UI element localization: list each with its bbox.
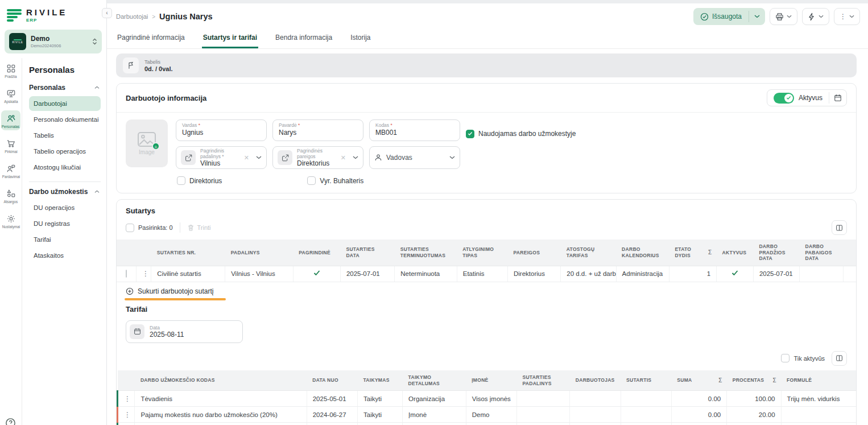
rail-item-atsargos[interactable]: Atsargos bbox=[1, 185, 20, 205]
workspace-selector[interactable]: RIVILE Demo Demo20240906 bbox=[5, 30, 102, 53]
external-link-icon[interactable] bbox=[181, 150, 196, 165]
calendar-icon[interactable] bbox=[829, 90, 846, 106]
row-menu-button[interactable]: ⋮ bbox=[136, 266, 151, 282]
rail-item-apskaita[interactable]: Apskaita bbox=[1, 85, 20, 105]
row-menu-button[interactable]: ⋮ bbox=[118, 423, 135, 425]
sigma-icon[interactable]: Σ bbox=[708, 249, 712, 257]
row-menu-button[interactable]: ⋮ bbox=[118, 407, 135, 423]
pavarde-field[interactable]: Pavardė * Narys bbox=[272, 119, 363, 141]
breadcrumb[interactable]: Darbuotojai bbox=[116, 13, 148, 20]
chevron-down-icon bbox=[754, 15, 760, 18]
people-icon bbox=[6, 114, 15, 123]
vardas-field[interactable]: Vardas * Ugnius bbox=[176, 119, 267, 141]
vardas-value: Ugnius bbox=[182, 129, 261, 138]
sidebar-item-tabelio-operacijos[interactable]: Tabelio operacijos bbox=[29, 144, 101, 159]
rail-item-pirkimai[interactable]: Pirkimai bbox=[1, 135, 20, 155]
trash-icon bbox=[187, 224, 195, 232]
calendar-icon bbox=[130, 324, 144, 339]
sidebar-item-tarifai[interactable]: Tarifai bbox=[29, 232, 101, 247]
save-dropdown-button[interactable] bbox=[749, 8, 765, 25]
sidebar-item-du-operacijos[interactable]: DU operacijos bbox=[29, 200, 101, 215]
cell-imone: Visos įmonės bbox=[466, 391, 516, 407]
cell-code[interactable]: Ligos pašalpa pirmos dvi (2) dienos bbox=[135, 423, 307, 425]
naudojamas-checkbox[interactable]: Naudojamas darbo užmokestyje bbox=[466, 130, 576, 138]
checkbox-icon[interactable] bbox=[781, 354, 790, 362]
tarifai-row[interactable]: ⋮ Pajamų mokestis nuo darbo užmokesčio (… bbox=[118, 407, 857, 423]
tarifai-row[interactable]: ⋮ Tėvadienis 2025-05-01 Taikyti Organiza… bbox=[118, 391, 857, 407]
row-checkbox[interactable] bbox=[126, 270, 127, 278]
column-settings-button[interactable] bbox=[832, 351, 847, 366]
contracts-card: Sutartys Pasirinkta: 0 Trinti bbox=[116, 199, 857, 425]
rail-item-pradzia[interactable]: Pradžia bbox=[1, 60, 20, 80]
cell-code[interactable]: Tėvadienis bbox=[135, 391, 307, 407]
topbar: Darbuotojai > Ugnius Narys Išsaugota bbox=[107, 3, 868, 28]
menu-section-darbo-uzmokestis[interactable]: Darbo užmokestis bbox=[29, 188, 100, 196]
flag-icon[interactable] bbox=[123, 57, 139, 73]
cell-formule bbox=[781, 407, 856, 423]
toggle-switch[interactable] bbox=[774, 93, 794, 104]
photo-upload[interactable]: Image + bbox=[126, 119, 168, 167]
sidebar-item-darbuotojai[interactable]: Darbuotojai bbox=[29, 96, 101, 111]
cell-taikymas: Taikyti bbox=[357, 391, 402, 407]
sidebar-item-personalo-dokumentai[interactable]: Personalo dokumentai bbox=[29, 112, 101, 127]
tabelis-banner: Tabelis 0d. / 0val. bbox=[116, 53, 857, 77]
sigma-icon[interactable]: Σ bbox=[718, 377, 722, 384]
cell-code[interactable]: Pajamų mokestis nuo darbo užmokesčio (20… bbox=[135, 407, 307, 423]
cell-sutarties-nr[interactable]: Civilinė sutartis bbox=[151, 266, 225, 282]
help-icon[interactable] bbox=[5, 418, 16, 425]
sidebar-item-tabelis[interactable]: Tabelis bbox=[29, 128, 101, 143]
tab-pagrindine-informacija[interactable]: Pagrindinė informacija bbox=[116, 30, 186, 48]
cell-detalumas: Organizacija bbox=[403, 391, 466, 407]
tab-bendra-informacija[interactable]: Bendra informacija bbox=[274, 30, 333, 48]
padalinys-select[interactable]: Pagrindinis padalinys * Vilnius ✕ bbox=[176, 146, 267, 169]
rail-item-pardavimai[interactable]: Pardavimai bbox=[1, 160, 20, 180]
checkbox-icon[interactable] bbox=[307, 176, 316, 185]
active-toggle-label: Aktyvus bbox=[799, 94, 822, 102]
chevron-down-icon[interactable] bbox=[353, 156, 358, 159]
cell-imone: Demo bbox=[466, 407, 516, 423]
tik-aktyvus-checkbox[interactable]: Tik aktyvūs bbox=[781, 354, 825, 362]
cell-sutartis bbox=[621, 407, 671, 423]
checkbox-icon[interactable] bbox=[177, 176, 185, 185]
pareigos-select[interactable]: Pagrindinės pareigos Direktorius ✕ bbox=[272, 146, 363, 169]
chevron-down-icon[interactable] bbox=[449, 156, 455, 159]
tab-sutartys-ir-tarifai[interactable]: Sutartys ir tarifai bbox=[202, 30, 258, 48]
tarifai-row[interactable]: ⋮ Ligos pašalpa pirmos dvi (2) dienos 20… bbox=[118, 423, 857, 425]
clear-icon[interactable]: ✕ bbox=[244, 154, 249, 162]
rail-item-nustatymai[interactable]: Nustatymai bbox=[1, 211, 20, 230]
actions-bolt-button[interactable] bbox=[802, 8, 829, 25]
chevron-down-icon[interactable] bbox=[256, 156, 262, 159]
tab-istorija[interactable]: Istorija bbox=[349, 30, 371, 48]
vadovas-select[interactable]: Vadovas bbox=[369, 146, 460, 169]
clear-icon[interactable]: ✕ bbox=[341, 154, 346, 162]
active-toggle[interactable]: Aktyvus bbox=[767, 93, 829, 104]
delete-button[interactable]: Trinti bbox=[187, 224, 211, 232]
sidebar-collapse-button[interactable]: ‹ bbox=[102, 8, 112, 18]
select-all-checkbox[interactable]: Pasirinkta: 0 bbox=[126, 224, 173, 232]
checkbox-checked-icon[interactable] bbox=[466, 130, 474, 138]
sutartys-row[interactable]: ⋮ Civilinė sutartis Vilnius - Vilnius 20… bbox=[117, 266, 856, 282]
rail-item-personalas[interactable]: Personalas bbox=[1, 110, 20, 130]
cell-sutarties-data: 2025-07-01 bbox=[340, 266, 394, 282]
menu-section-personalas[interactable]: Personalas bbox=[29, 84, 100, 92]
cell-atostogu-tarifas: 20 d.d. + už darbo bbox=[561, 266, 616, 282]
tarifai-date-field[interactable]: Data 2025-08-11 bbox=[126, 320, 243, 343]
checkbox-icon[interactable] bbox=[126, 224, 134, 232]
buhalteris-checkbox[interactable]: Vyr. Buhalteris bbox=[307, 176, 363, 185]
direktorius-checkbox[interactable]: Direktorius bbox=[177, 176, 222, 185]
kodas-field[interactable]: Kodas * MB001 bbox=[369, 119, 460, 141]
print-button[interactable] bbox=[770, 8, 797, 25]
tab-bar: Pagrindinė informacija Sutartys ir tarif… bbox=[107, 28, 868, 49]
sidebar-item-ataskaitos[interactable]: Ataskaitos bbox=[29, 248, 101, 263]
sidebar-item-atostogu-likuciai[interactable]: Atostogų likučiai bbox=[29, 160, 101, 175]
row-menu-button[interactable]: ⋮ bbox=[118, 391, 135, 407]
more-menu-button[interactable]: ⋮ bbox=[834, 8, 860, 25]
save-button[interactable]: Išsaugota bbox=[693, 8, 765, 25]
external-link-icon[interactable] bbox=[278, 150, 292, 165]
pavarde-value: Narys bbox=[279, 129, 357, 138]
column-settings-button[interactable] bbox=[832, 220, 847, 235]
sidebar-item-du-registras[interactable]: DU registras bbox=[29, 216, 101, 231]
sigma-icon[interactable]: Σ bbox=[773, 377, 776, 384]
create-contract-link[interactable]: Sukurti darbuotojo sutartį bbox=[117, 282, 856, 296]
check-icon bbox=[731, 270, 738, 276]
